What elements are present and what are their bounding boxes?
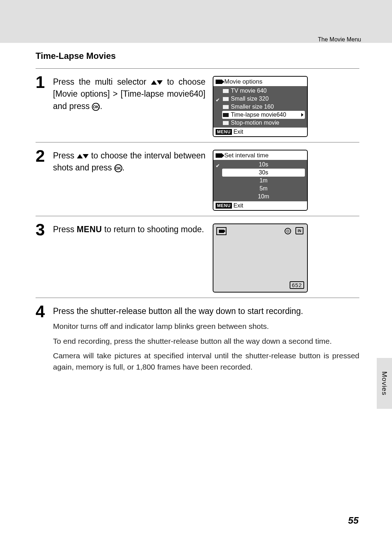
recording-count: 652 [290, 281, 304, 289]
interval-item[interactable]: 5m [222, 185, 305, 193]
step-number: 3 [36, 221, 53, 238]
movie-mode-icon [223, 97, 229, 101]
internal-memory-icon: IN [295, 227, 303, 234]
step4-line1: Press the shutter-release button all the… [53, 305, 359, 317]
screen2-title: Set interval time [224, 152, 269, 159]
step-number: 1 [36, 74, 53, 90]
step4-p3: Camera will take pictures at specified i… [53, 350, 359, 372]
section-title: Time-Lapse Movies [36, 51, 359, 61]
screen1-title: Movie options [224, 78, 262, 85]
movie-mode-icon [223, 113, 229, 117]
step-3: 3 Press MENU to return to shooting mode.… [36, 221, 359, 293]
step2-text-pre: Press [53, 151, 77, 160]
step-number: 4 [36, 303, 53, 320]
menu-item-label: Small size 320 [231, 96, 269, 102]
check-icon: ✔ [216, 163, 220, 169]
menu-badge: MENU [216, 129, 232, 135]
step3-text-post: to return to shooting mode. [102, 225, 204, 234]
step-number: 2 [36, 148, 53, 164]
menu-item-label: Time-lapse movie640 [231, 112, 286, 118]
triangle-down-icon [157, 80, 163, 85]
exit-label: Exit [233, 202, 243, 209]
menu-item-selected[interactable]: Time-lapse movie640 [222, 111, 305, 119]
interval-item[interactable]: 1m [222, 177, 305, 185]
menu-item[interactable]: Stop-motion movie [222, 119, 305, 127]
vibration-reduction-icon [285, 228, 291, 234]
step-1: 1 Press the multi selector to choose [Mo… [36, 74, 359, 137]
divider [36, 68, 359, 69]
screen-movie-options: Movie options ✔ TV movie 640 Small size … [213, 76, 308, 137]
movie-mode-icon [223, 121, 229, 125]
menu-item-label: TV movie 640 [231, 88, 267, 94]
side-tab-label: Movies [380, 371, 388, 395]
step2-text-post: . [122, 163, 124, 172]
check-icon: ✔ [216, 97, 220, 103]
triangle-up-icon [151, 80, 157, 85]
movie-mode-icon [223, 89, 229, 93]
step1-text-post: . [100, 101, 102, 111]
interval-item[interactable]: 10s [222, 161, 305, 169]
menu-item[interactable]: Small size 320 [222, 95, 305, 103]
divider [36, 216, 359, 216]
exit-label: Exit [233, 129, 243, 135]
movie-mode-icon [223, 105, 229, 109]
ok-button-icon: OK [114, 164, 122, 172]
interval-item[interactable]: 10m [222, 193, 305, 201]
step3-text-pre: Press [53, 225, 77, 234]
page-number: 55 [348, 515, 359, 526]
screen-shooting-mode: IN 652 [213, 223, 308, 293]
movie-camera-icon [216, 80, 222, 84]
header-title: The Movie Menu [318, 36, 361, 43]
step1-text-pre: Press the multi selector [53, 77, 151, 86]
side-tab-movies: Movies [377, 358, 392, 409]
divider [36, 298, 359, 298]
menu-item[interactable]: Smaller size 160 [222, 103, 305, 111]
triangle-up-icon [77, 154, 83, 158]
menu-word: MENU [77, 225, 102, 234]
step-2: 2 Press to choose the interval between s… [36, 148, 359, 211]
movie-camera-icon [216, 153, 222, 158]
step4-p2: To end recording, press the shutter-rele… [53, 336, 359, 347]
menu-item-label: Stop-motion movie [231, 120, 279, 126]
triangle-down-icon [83, 154, 89, 158]
menu-item-label: Smaller size 160 [231, 104, 274, 110]
header-band: The Movie Menu [0, 0, 392, 43]
interval-item-selected[interactable]: 30s [222, 169, 305, 177]
menu-badge: MENU [216, 203, 232, 209]
timelapse-mode-icon [216, 227, 226, 235]
step4-p1: Monitor turns off and indicator lamp bli… [53, 321, 359, 332]
ok-button-icon: OK [92, 103, 100, 111]
step-4: 4 Press the shutter-release button all t… [36, 303, 359, 376]
divider [36, 142, 359, 142]
menu-item[interactable]: TV movie 640 [222, 87, 305, 95]
screen-interval: Set interval time ✔ 10s 30s 1m 5m 10m ME… [213, 150, 308, 211]
